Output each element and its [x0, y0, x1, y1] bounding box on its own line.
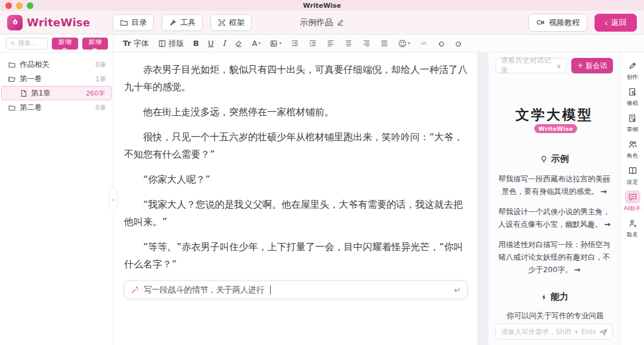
edit-pencil-icon[interactable]: [337, 19, 345, 26]
lightbulb-icon: [540, 155, 548, 164]
editor[interactable]: ‹ 赤衣男子目光如炬，貌似只有四十出头，可真要仔细端倪，却给人一种活了八九十年的…: [113, 53, 477, 345]
rail-item-outline[interactable]: 章纲: [622, 112, 643, 134]
titlebar: WriteWise: [0, 0, 644, 11]
window-title: WriteWise: [0, 2, 644, 10]
tools-button[interactable]: 工具: [162, 14, 203, 31]
emoji-button[interactable]: ☺▾: [398, 39, 410, 48]
framework-button[interactable]: 框架: [210, 14, 252, 31]
example-prompt[interactable]: 帮我描写一段西藏布达拉宫的美丽景色，要有身临其境的感觉。→: [496, 172, 613, 198]
bold-button[interactable]: B: [193, 39, 199, 48]
undo-icon: [437, 39, 445, 47]
redo-button[interactable]: [454, 39, 463, 47]
format-toolbar: Tr 字体 排版 B U I A▾ ▾: [113, 35, 472, 52]
align-center-button[interactable]: [344, 39, 353, 47]
tree-item-related-works[interactable]: 作品相关 0章: [0, 57, 113, 72]
rail-item-naming[interactable]: 取名: [622, 217, 643, 239]
rail-item-label: 取名: [627, 231, 638, 239]
rail-item-label: 设定: [627, 178, 638, 186]
back-button[interactable]: ‹ 返回: [595, 14, 637, 32]
tree-item-chapter-1[interactable]: 第1章 260字: [1, 86, 112, 100]
paragraph: “等等。”赤衣男子叫住少年，上下打量了一会，目中闪耀着怪异光芒，“你叫什么名字？…: [124, 238, 467, 273]
framework-button-label: 框架: [229, 17, 244, 28]
folder-icon: [8, 61, 16, 69]
history-dropdown[interactable]: 查看历史对话记录 ∨: [496, 58, 566, 73]
font-color-button[interactable]: A▾: [252, 39, 261, 48]
rail-item-label: 修稿: [627, 100, 638, 107]
rail-item-revise[interactable]: 修稿: [622, 85, 643, 107]
ai-chat-input[interactable]: [501, 328, 596, 336]
ai-panel-header: 查看历史对话记录 ∨ + 新会话: [496, 58, 613, 73]
undo-button[interactable]: [437, 39, 445, 47]
sidebar-collapse-handle[interactable]: ‹: [109, 188, 117, 211]
align-right-button[interactable]: [362, 39, 371, 47]
align-right-icon: [362, 39, 371, 47]
header-right: 视频教程 ‹ 返回: [528, 14, 637, 32]
paragraph: 很快，只见一个十五六岁的壮硕少年从棺材铺里跑出来，笑吟吟问：“大爷，不知您有什么…: [124, 128, 467, 163]
rail-item-settings[interactable]: 设定: [622, 164, 643, 186]
plus-icon: +: [577, 61, 583, 70]
font-menu[interactable]: Tr 字体: [123, 38, 149, 49]
catalog-button-label: 目录: [131, 17, 147, 28]
app-header: WriteWise 目录 工具 框架 示例作品 视频教程: [0, 11, 644, 35]
toolbar-row: 新增章 新增卷 Tr 字体 排版 B U I A▾ ▾: [0, 35, 644, 53]
layout-menu[interactable]: 排版: [158, 38, 184, 49]
underline-button[interactable]: U: [208, 39, 214, 48]
smiley-icon: ☺: [398, 39, 407, 48]
align-justify-button[interactable]: [380, 39, 389, 47]
indent-button[interactable]: [308, 39, 317, 47]
folder-icon: [120, 19, 128, 27]
abilities-section-header: 能力: [496, 291, 613, 303]
caret-down-icon: ▾: [408, 41, 410, 46]
arrow-right-icon: →: [600, 187, 606, 196]
chat-bubble-icon: [628, 192, 637, 202]
document-title-text: 示例作品: [300, 17, 333, 28]
outdent-button[interactable]: [290, 39, 299, 47]
font-color-a-icon: A: [252, 39, 257, 48]
inline-ai-prompt-box[interactable]: 写一段战斗的情节，关于两人进行 ↵: [124, 281, 467, 299]
ability-item: 你可以问关于写作的专业问题: [496, 310, 615, 321]
tree-item-volume-1[interactable]: 第一卷 1章: [0, 72, 113, 86]
divider-insert-button[interactable]: [419, 39, 428, 47]
search-input[interactable]: [18, 39, 44, 47]
image-icon: [270, 39, 278, 48]
brand: WriteWise: [7, 15, 90, 30]
send-icon[interactable]: [599, 328, 608, 336]
rail-item-create[interactable]: 创作: [622, 59, 643, 81]
content-area: 作品相关 0章 第一卷 1章 第1章 260字 第二卷 0章 ‹: [0, 53, 644, 345]
model-badge: WriteWise: [534, 124, 577, 133]
chapter-sidebar: 作品相关 0章 第一卷 1章 第1章 260字 第二卷 0章: [0, 53, 113, 345]
file-icon: [20, 90, 27, 97]
caret-down-icon: ▾: [258, 41, 261, 46]
align-left-button[interactable]: [326, 39, 335, 47]
back-button-label: 返回: [611, 17, 627, 28]
example-prompt[interactable]: 用描述性对白描写一段：孙悟空与猪八戒讨论女妖怪的有趣对白，不少于200字。→: [496, 238, 613, 276]
text-cursor: [270, 285, 271, 294]
examples-section-header: 示例: [496, 153, 613, 165]
rail-item-label: 章纲: [627, 126, 638, 134]
tools-button-label: 工具: [180, 17, 196, 28]
new-conversation-button[interactable]: + 新会话: [571, 58, 613, 73]
lightning-icon: [540, 293, 548, 301]
paragraph: 他在街上走没多远，突然停在一家棺材铺前。: [124, 103, 467, 121]
new-volume-button[interactable]: 新增卷: [82, 38, 109, 50]
writewise-app: WriteWise WriteWise 目录 工具 框架 示例作品: [0, 0, 644, 345]
image-insert-button[interactable]: ▾: [270, 39, 281, 48]
tree-item-label: 第1章: [31, 88, 51, 98]
model-title: 文学大模型: [516, 106, 593, 122]
enter-key-icon[interactable]: ↵: [454, 285, 461, 295]
rail-item-characters[interactable]: 角色: [622, 138, 643, 160]
header-nav: 目录 工具 框架: [113, 14, 252, 31]
rail-item-ai-assistant[interactable]: AI助手: [622, 190, 643, 212]
rail-item-label: 角色: [627, 152, 638, 160]
new-chapter-button[interactable]: 新增章: [52, 38, 78, 50]
video-tutorial-button[interactable]: 视频教程: [528, 14, 587, 32]
tree-item-volume-2[interactable]: 第二卷 0章: [0, 100, 113, 115]
layout-icon: [158, 39, 166, 48]
clear-format-button[interactable]: [234, 39, 243, 48]
indent-icon: [308, 39, 317, 47]
italic-button[interactable]: I: [222, 39, 225, 48]
catalog-button[interactable]: 目录: [113, 14, 154, 31]
abilities-title: 能力: [551, 291, 569, 303]
example-prompt[interactable]: 帮我设计一个武侠小说的男主角，人设有点像韦小宝，幽默风趣。→: [496, 205, 613, 230]
example-prompt-text: 帮我描写一段西藏布达拉宫的美丽景色，要有身临其境的感觉。: [499, 174, 611, 196]
